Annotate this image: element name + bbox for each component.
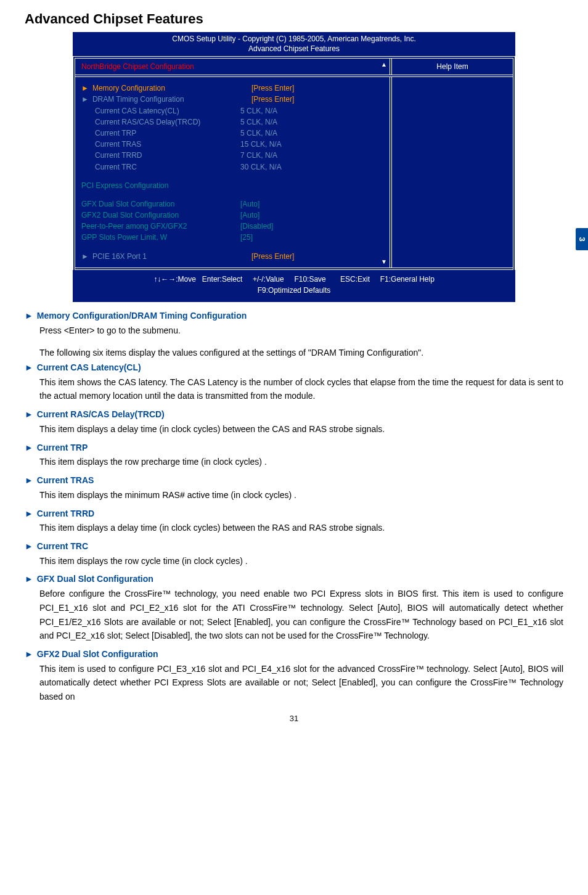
- triangle-icon: ►: [25, 574, 33, 584]
- desc-trc-text: This item displays the row cycle time (i…: [39, 554, 563, 568]
- row-rastrcd-val: 5 CLK, N/A: [240, 117, 383, 127]
- triangle-icon: ►: [25, 541, 33, 552]
- row-peer: Peer-to-Peer among GFX/GFX2: [81, 221, 240, 231]
- desc-memcfg-text: Press <Enter> to go to the submenu.: [39, 324, 563, 338]
- desc-rascas-text: This item displays a delay time (in cloc…: [39, 422, 563, 436]
- triangle-icon: ►: [25, 311, 33, 321]
- row-dram-val: [Press Enter]: [251, 94, 383, 104]
- desc-gfx2-title: GFX2 Dual Slot Configuration: [37, 649, 158, 659]
- page-number: 31: [25, 714, 563, 723]
- desc-cas-text: This item shows the CAS latency. The CAS…: [39, 375, 563, 403]
- row-trp: Current TRP: [95, 128, 240, 138]
- row-cas: Current CAS Latency(CL): [95, 106, 240, 116]
- bios-footer-line1: ↑↓←→:Move Enter:Select +/-/:Value F10:Sa…: [153, 275, 435, 284]
- desc-trp-text: This item displays the row precharge tim…: [39, 455, 563, 469]
- row-tras: Current TRAS: [95, 139, 240, 149]
- triangle-icon: ►: [25, 649, 33, 660]
- desc-trrd-title: Current TRRD: [37, 509, 94, 518]
- desc-tras-text: This item displays the minimum RAS# acti…: [39, 488, 563, 502]
- triangle-icon: ►: [25, 409, 33, 420]
- bios-footer-line2: F9:Optimized Defaults: [258, 286, 331, 295]
- desc-lead-text: The following six items display the valu…: [39, 346, 563, 360]
- scroll-down-icon: ▼: [381, 258, 387, 265]
- desc-rascas-title: Current RAS/CAS Delay(TRCD): [37, 409, 165, 419]
- scroll-up-icon: ▲: [381, 61, 387, 68]
- bios-title-line1: CMOS Setup Utility - Copyright (C) 1985-…: [73, 35, 515, 44]
- row-pcie-val: [Press Enter]: [251, 251, 383, 261]
- triangle-icon: ►: [25, 362, 33, 373]
- page-title: Advanced Chipset Features: [25, 11, 203, 27]
- row-pci-exp: PCI Express Configuration: [81, 181, 168, 190]
- triangle-icon: ►: [25, 443, 33, 453]
- desc-trp-title: Current TRP: [37, 443, 88, 452]
- row-gfx-val: [Auto]: [240, 199, 383, 209]
- triangle-icon: ►: [25, 509, 33, 519]
- row-gfx2: GFX2 Dual Slot Configuration: [81, 210, 240, 220]
- row-trp-val: 5 CLK, N/A: [240, 128, 383, 138]
- bios-screenshot: CMOS Setup Utility - Copyright (C) 1985-…: [73, 32, 515, 302]
- row-gpp: GPP Slots Power Limit, W: [81, 232, 240, 242]
- row-dram: DRAM Timing Configuration: [92, 94, 251, 104]
- desc-memcfg-title: Memory Configuration/DRAM Timing Configu…: [37, 311, 247, 321]
- row-mem-cfg: Memory Configuration: [92, 83, 251, 93]
- row-trrd-val: 7 CLK, N/A: [240, 150, 383, 160]
- desc-gfx-text: Before configure the CrossFire™ technolo…: [39, 587, 563, 643]
- page-tab: 3: [576, 228, 588, 250]
- triangle-icon: ►: [25, 475, 33, 486]
- row-pcie: PCIE 16X Port 1: [92, 251, 251, 261]
- row-mem-cfg-val: [Press Enter]: [251, 83, 383, 93]
- row-rastrcd: Current RAS/CAS Delay(TRCD): [95, 117, 240, 127]
- row-cas-val: 5 CLK, N/A: [240, 106, 383, 116]
- bios-header-right: Help Item: [436, 62, 468, 71]
- bios-header-left: NorthBridge Chipset Configuration: [81, 62, 194, 71]
- desc-tras-title: Current TRAS: [37, 475, 94, 485]
- desc-gfx-title: GFX Dual Slot Configuration: [37, 574, 153, 584]
- bios-title-line2: Advanced Chipset Features: [73, 44, 515, 54]
- desc-trrd-text: This item displays a delay time (in cloc…: [39, 521, 563, 535]
- row-trrd: Current TRRD: [95, 150, 240, 160]
- row-trc: Current TRC: [95, 162, 240, 172]
- desc-cas-title: Current CAS Latency(CL): [37, 362, 141, 372]
- desc-gfx2-text: This item is used to configure PCI_E3_x1…: [39, 662, 563, 704]
- row-tras-val: 15 CLK, N/A: [240, 139, 383, 149]
- row-gfx: GFX Dual Slot Configuration: [81, 199, 240, 209]
- desc-trc-title: Current TRC: [37, 541, 88, 551]
- row-peer-val: [Disabled]: [240, 221, 383, 231]
- row-gpp-val: [25]: [240, 232, 383, 242]
- row-gfx2-val: [Auto]: [240, 210, 383, 220]
- row-trc-val: 30 CLK, N/A: [240, 162, 383, 172]
